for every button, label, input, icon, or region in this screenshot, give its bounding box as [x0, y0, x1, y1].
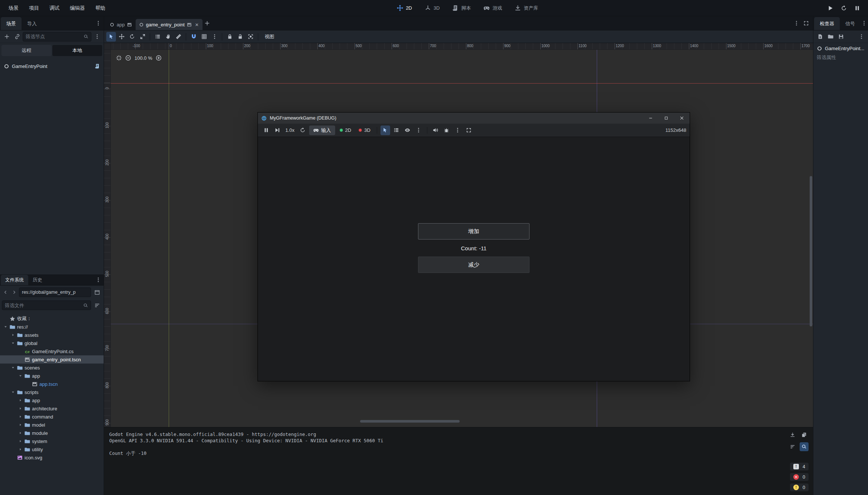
next-frame-button[interactable]	[272, 126, 282, 135]
decrease-button[interactable]: 减少	[418, 257, 529, 273]
copy-log-button[interactable]	[800, 430, 809, 439]
zoom-in-icon[interactable]	[156, 55, 162, 61]
scene-tree-options-button[interactable]	[92, 32, 102, 42]
filesystem-menu-button[interactable]	[93, 275, 103, 285]
filter-nodes-input[interactable]	[26, 34, 81, 39]
file-row[interactable]: GameEntryPoint.cs	[0, 347, 104, 355]
add-node-button[interactable]	[2, 32, 12, 42]
select-tool[interactable]	[106, 32, 116, 42]
mode-button-脚本[interactable]: 脚本	[447, 3, 476, 13]
load-resource-button[interactable]	[826, 32, 835, 42]
collapse-arrow-icon[interactable]	[10, 390, 15, 394]
menu-item-场景[interactable]: 场景	[4, 3, 23, 13]
camera-override-3d-button[interactable]: 3D	[356, 126, 373, 135]
file-row[interactable]: assets	[0, 331, 104, 339]
collapse-arrow-icon[interactable]	[3, 325, 8, 329]
collapse-arrow-icon[interactable]	[10, 341, 15, 345]
maximize-button[interactable]	[658, 113, 674, 124]
scene-tree-node[interactable]: GameEntryPoint	[0, 61, 104, 71]
smart-snap-toggle[interactable]	[189, 32, 198, 42]
grid-snap-toggle[interactable]	[199, 32, 209, 42]
toggle-visibility-button[interactable]	[403, 126, 412, 135]
file-sort-button[interactable]	[92, 300, 102, 310]
filter-properties-input[interactable]	[817, 55, 865, 60]
pause-button[interactable]	[852, 3, 863, 13]
reset-speed-button[interactable]	[298, 126, 308, 135]
ruler-tool[interactable]	[174, 32, 183, 42]
tab-close-icon[interactable]: ✕	[195, 23, 199, 27]
expand-arrow-icon[interactable]	[18, 415, 23, 419]
collapse-arrow-icon[interactable]	[18, 374, 23, 378]
local-button[interactable]: 本地	[52, 45, 103, 56]
view-menu-button[interactable]: 视图	[261, 32, 278, 42]
mode-button-3D[interactable]: 3D	[420, 3, 445, 13]
collapse-arrow-icon[interactable]	[10, 366, 15, 369]
camera-options-button[interactable]	[414, 126, 424, 135]
file-row[interactable]: utility	[0, 445, 104, 453]
minimize-button[interactable]	[643, 113, 658, 124]
input-mode-button[interactable]: 输入	[309, 126, 335, 135]
add-scene-tab-button[interactable]	[203, 19, 212, 28]
select-mode-button[interactable]	[380, 126, 390, 135]
camera-override-2d-button[interactable]: 2D	[337, 126, 354, 135]
menu-item-调试[interactable]: 调试	[45, 3, 64, 13]
dock-tab-信号[interactable]: 信号	[840, 17, 861, 30]
game-window-titlebar[interactable]: MyGFrameworkGame (DEBUG)	[258, 113, 690, 124]
debug-options-button[interactable]	[442, 126, 451, 135]
instance-scene-button[interactable]	[12, 32, 22, 42]
unlock-object-button[interactable]	[235, 32, 245, 42]
expand-arrow-icon[interactable]	[18, 431, 23, 435]
dock-tab-检查器[interactable]: 检查器	[814, 17, 840, 30]
dock-tab-文件系统[interactable]: 文件系统	[1, 275, 28, 285]
file-row[interactable]: app.tscn	[0, 380, 104, 388]
rotate-tool[interactable]	[127, 32, 137, 42]
file-row[interactable]: system	[0, 437, 104, 445]
filter-files-input[interactable]	[5, 303, 81, 308]
expand-arrow-icon[interactable]	[18, 447, 23, 451]
zoom-level-label[interactable]: 100.0 %	[135, 55, 152, 61]
game-speed-label[interactable]: 1.0x	[284, 127, 297, 133]
more-options-button[interactable]	[453, 126, 463, 135]
scene-tab-list-button[interactable]	[791, 19, 801, 28]
scale-tool[interactable]	[137, 32, 147, 42]
file-row[interactable]: game_entry_point.tscn	[0, 355, 104, 364]
distraction-free-button[interactable]	[801, 19, 811, 28]
vertical-scrollbar[interactable]	[810, 176, 812, 326]
file-row[interactable]: scenes	[0, 364, 104, 372]
mute-audio-button[interactable]	[431, 126, 440, 135]
close-button[interactable]	[674, 113, 690, 124]
save-resource-button[interactable]	[836, 32, 846, 42]
file-row[interactable]: model	[0, 421, 104, 429]
file-row[interactable]: global	[0, 339, 104, 347]
list-select-tool[interactable]	[153, 32, 162, 42]
embed-fullscreen-button[interactable]	[464, 126, 474, 135]
file-row[interactable]: scripts	[0, 388, 104, 396]
file-row[interactable]: icon.svg	[0, 453, 104, 462]
pause-game-button[interactable]	[261, 126, 271, 135]
inspector-dock-menu-button[interactable]	[861, 19, 867, 28]
expand-arrow-icon[interactable]	[18, 423, 23, 427]
mode-button-资产库[interactable]: 资产库	[510, 3, 543, 13]
message-count-badge[interactable]: !4	[790, 463, 809, 470]
scene-dock-menu-button[interactable]	[93, 19, 103, 28]
menu-item-编辑器[interactable]: 编辑器	[65, 3, 90, 13]
dock-tab-历史[interactable]: 历史	[28, 275, 46, 285]
file-row[interactable]: command	[0, 413, 104, 421]
expand-arrow-icon[interactable]	[10, 333, 15, 337]
attached-script-icon[interactable]	[95, 63, 100, 69]
run-button[interactable]	[825, 3, 836, 13]
error-count-badge[interactable]: ✕0	[790, 473, 809, 481]
current-path-input[interactable]	[22, 290, 88, 295]
new-resource-button[interactable]	[815, 32, 825, 42]
scene-tab-app[interactable]: app	[106, 19, 136, 30]
mode-button-2D[interactable]: 2D	[392, 3, 417, 13]
pan-tool[interactable]	[163, 32, 173, 42]
file-row[interactable]: module	[0, 429, 104, 437]
zoom-out-icon[interactable]	[125, 55, 131, 61]
remote-button[interactable]: 远程	[1, 45, 52, 56]
file-row[interactable]: app	[0, 372, 104, 380]
expand-arrow-icon[interactable]	[18, 439, 23, 443]
group-object-button[interactable]	[246, 32, 255, 42]
horizontal-scrollbar[interactable]	[360, 420, 460, 423]
file-row[interactable]: 收藏：	[0, 315, 104, 323]
